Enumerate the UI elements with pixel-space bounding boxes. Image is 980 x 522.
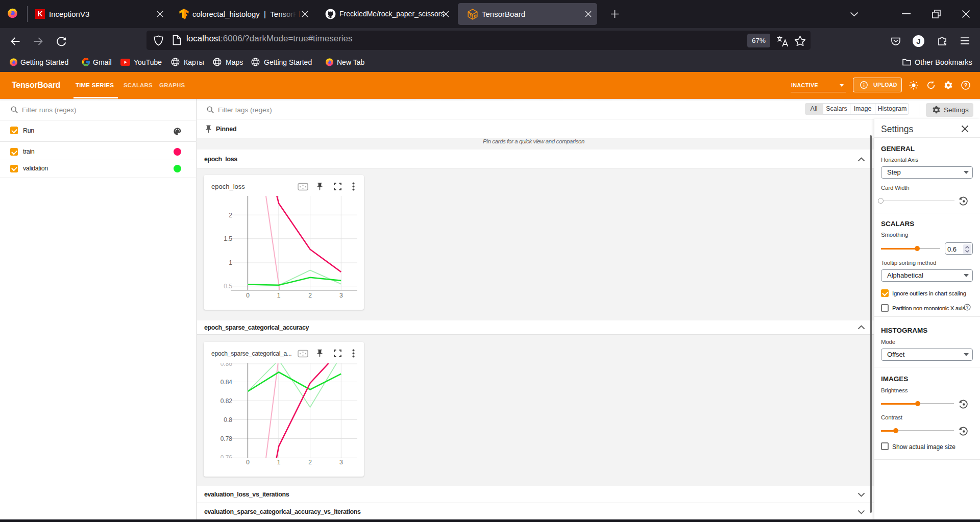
svg-text:0.84: 0.84 (220, 379, 233, 386)
svg-text:3: 3 (339, 292, 343, 299)
svg-text:0.5: 0.5 (224, 283, 232, 290)
svg-text:1: 1 (229, 259, 232, 266)
svg-text:2: 2 (308, 292, 312, 299)
svg-text:?: ? (966, 305, 969, 310)
svg-text:0.78: 0.78 (220, 435, 233, 442)
svg-text:1.5: 1.5 (224, 235, 232, 242)
svg-text:0: 0 (246, 292, 250, 299)
svg-text:0: 0 (246, 459, 250, 466)
svg-text:?: ? (964, 82, 968, 88)
svg-text:0.8: 0.8 (224, 416, 232, 424)
svg-text:2: 2 (308, 459, 312, 466)
svg-text:0.82: 0.82 (220, 397, 233, 405)
svg-text:0.76: 0.76 (220, 454, 233, 461)
svg-text:1: 1 (277, 459, 281, 466)
svg-text:1: 1 (277, 292, 281, 299)
svg-text:0.86: 0.86 (220, 360, 233, 367)
svg-text:3: 3 (339, 459, 343, 466)
svg-text:2: 2 (229, 212, 232, 219)
